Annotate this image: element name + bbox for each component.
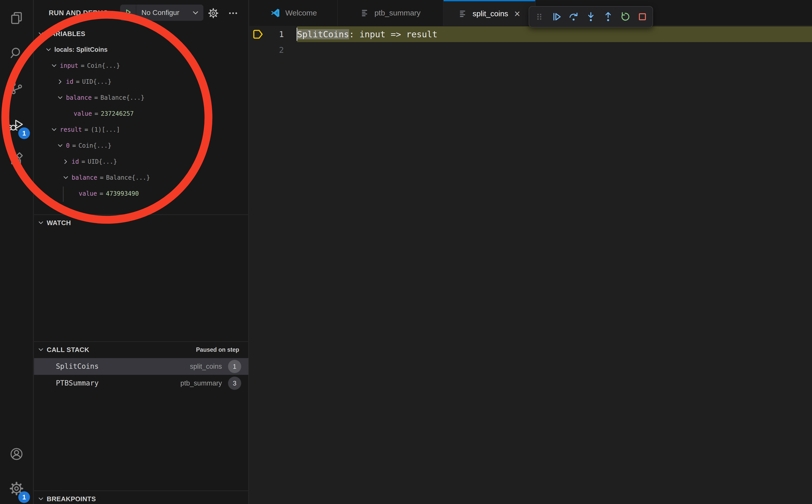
debug-settings-gear-icon[interactable] — [207, 7, 219, 19]
activity-item-explorer[interactable] — [0, 2, 33, 35]
selected-word: SplitCoins — [297, 29, 349, 39]
activity-item-source-control[interactable] — [0, 72, 33, 105]
variable-name: result — [60, 126, 82, 133]
equals-sign: = — [100, 174, 103, 181]
chevron-right-icon — [62, 158, 70, 165]
more-actions-icon[interactable] — [227, 7, 239, 19]
chevron-down-icon — [192, 9, 199, 16]
start-debugging-button[interactable] — [120, 5, 136, 21]
activity-item-run-and-debug[interactable]: 1 — [0, 109, 33, 142]
variable-row[interactable]: balance=Balance{...} — [34, 170, 248, 186]
frame-name: PTBSummary — [56, 375, 99, 392]
code-text: : input => result — [349, 29, 438, 39]
variable-value: 237246257 — [101, 110, 134, 117]
chevron-down-icon — [37, 346, 45, 354]
list-file-icon — [360, 8, 370, 18]
activity-item-search[interactable] — [0, 37, 33, 70]
debug-badge: 1 — [18, 127, 30, 139]
variables-tree: locals: SplitCoins input=Coin{...} id=UI… — [34, 42, 248, 201]
activity-item-extensions[interactable] — [0, 143, 33, 176]
variable-value: UID{...} — [82, 78, 111, 85]
variable-row[interactable]: balance=Balance{...} — [34, 90, 248, 106]
chevron-down-icon — [37, 495, 45, 503]
drag-handle-icon[interactable] — [532, 9, 547, 25]
launch-config-label: No Configur — [136, 9, 191, 17]
activity-item-settings[interactable]: 1 — [0, 473, 33, 504]
tab-label: split_coins — [473, 9, 508, 18]
tab-split-coins[interactable]: split_coins × — [444, 0, 536, 26]
activity-item-account[interactable] — [0, 438, 33, 471]
variable-row[interactable]: value=473993490 — [34, 186, 248, 201]
files-icon — [9, 10, 24, 27]
equals-sign: = — [81, 62, 84, 69]
restart-button[interactable] — [617, 9, 633, 25]
variable-name: id — [72, 158, 79, 165]
scope-label: locals: SplitCoins — [54, 46, 108, 53]
continue-button[interactable] — [549, 9, 565, 25]
call-stack-section-header[interactable]: CALL STACK Paused on step — [34, 342, 248, 358]
line-number[interactable]: 1 — [271, 26, 284, 42]
frame-line-badge: 3 — [228, 377, 241, 390]
step-into-button[interactable] — [583, 9, 599, 25]
variable-value: (1)[...] — [91, 126, 120, 133]
watch-section-header[interactable]: WATCH — [34, 215, 248, 231]
tab-label: ptb_summary — [374, 9, 421, 17]
equals-sign: = — [76, 78, 79, 85]
editor-area: Welcome ptb_summary split_coins × 1 2 Sp… — [249, 0, 812, 504]
launch-configuration-dropdown[interactable]: No Configur — [120, 5, 203, 21]
breakpoints-section-header[interactable]: BREAKPOINTS — [34, 491, 248, 504]
account-icon — [9, 446, 24, 463]
variable-value: Balance{...} — [106, 174, 150, 181]
variable-row[interactable]: id=UID{...} — [34, 154, 248, 170]
chevron-down-icon — [37, 219, 45, 227]
breakpoints-title: BREAKPOINTS — [47, 495, 96, 503]
extensions-icon — [9, 151, 24, 167]
equals-sign: = — [85, 126, 88, 133]
sidebar-header: RUN AND DEBUG No Configur — [34, 0, 248, 26]
variable-row[interactable]: input=Coin{...} — [34, 58, 248, 74]
line-number[interactable]: 2 — [271, 42, 284, 58]
search-icon — [9, 45, 24, 61]
variables-title: VARIABLES — [47, 30, 85, 38]
variable-value: Coin{...} — [78, 142, 111, 149]
variable-row[interactable]: value=237246257 — [34, 106, 248, 122]
equals-sign: = — [94, 110, 98, 117]
step-out-button[interactable] — [600, 9, 616, 25]
tab-ptb-summary[interactable]: ptb_summary — [338, 0, 444, 26]
tab-welcome[interactable]: Welcome — [249, 0, 338, 26]
debug-current-line-pointer-icon — [252, 28, 264, 41]
variable-value: Coin{...} — [87, 62, 120, 69]
stack-frame-row[interactable]: PTBSummary ptb_summary 3 — [34, 375, 248, 392]
chevron-down-icon — [37, 30, 45, 38]
tree-indent-guide — [63, 187, 63, 202]
variable-row[interactable]: 0=Coin{...} — [34, 138, 248, 154]
code-line-current[interactable]: SplitCoins: input => result — [297, 26, 812, 42]
variable-row-scope[interactable]: locals: SplitCoins — [34, 42, 248, 58]
chevron-down-icon — [56, 142, 64, 149]
variable-name: balance — [72, 174, 97, 181]
equals-sign: = — [99, 190, 103, 197]
pause-status-text: Paused on step — [196, 346, 239, 353]
variable-value: UID{...} — [88, 158, 117, 165]
variable-name: 0 — [66, 142, 70, 149]
close-icon[interactable]: × — [514, 9, 520, 19]
variable-name: value — [79, 190, 97, 197]
chevron-down-icon — [45, 46, 52, 54]
stop-button[interactable] — [635, 9, 650, 25]
activity-bar: 1 1 — [0, 0, 34, 504]
variable-row[interactable]: id=UID{...} — [34, 74, 248, 90]
equals-sign: = — [94, 94, 98, 101]
vscode-logo-icon — [270, 7, 281, 19]
source-control-icon — [9, 80, 24, 97]
step-over-button[interactable] — [566, 9, 582, 25]
run-and-debug-sidebar: RUN AND DEBUG No Configur VARIABLES loca… — [34, 0, 249, 504]
chevron-down-icon — [50, 126, 58, 133]
vscode-window: 1 1 RUN AND DEBUG No Configur — [0, 0, 812, 504]
equals-sign: = — [72, 142, 76, 149]
watch-title: WATCH — [47, 219, 71, 227]
frame-source: split_coins — [190, 358, 222, 375]
stack-frame-row[interactable]: SplitCoins split_coins 1 — [34, 358, 248, 375]
variable-row[interactable]: result=(1)[...] — [34, 122, 248, 138]
sidebar-title: RUN AND DEBUG — [49, 0, 108, 26]
variables-section-header[interactable]: VARIABLES — [34, 26, 248, 42]
